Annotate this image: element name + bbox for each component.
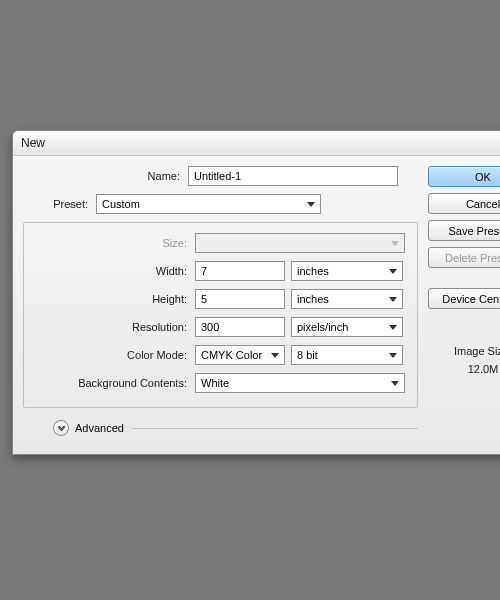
name-label: Name: xyxy=(23,170,188,182)
resolution-label: Resolution: xyxy=(30,321,195,333)
ok-button[interactable]: OK xyxy=(428,166,500,187)
divider xyxy=(132,428,418,429)
color-mode-label: Color Mode: xyxy=(30,349,195,361)
bit-depth-value: 8 bit xyxy=(297,349,318,361)
height-unit-value: inches xyxy=(297,293,329,305)
color-mode-select[interactable]: CMYK Color xyxy=(195,345,285,365)
bg-contents-select[interactable]: White xyxy=(195,373,405,393)
height-label: Height: xyxy=(30,293,195,305)
chevron-down-icon xyxy=(391,381,399,386)
preset-label: Preset: xyxy=(23,198,96,210)
resolution-input[interactable] xyxy=(195,317,285,337)
delete-preset-button: Delete Preset... xyxy=(428,247,500,268)
chevron-down-icon xyxy=(389,269,397,274)
size-select xyxy=(195,233,405,253)
chevron-down-icon xyxy=(389,325,397,330)
name-input[interactable] xyxy=(188,166,398,186)
document-settings-group: Size: Width: inches Heigh xyxy=(23,222,418,408)
device-central-button[interactable]: Device Central... xyxy=(428,288,500,309)
bg-contents-value: White xyxy=(201,377,229,389)
resolution-unit-select[interactable]: pixels/inch xyxy=(291,317,403,337)
image-size-value: 12.0M xyxy=(454,363,500,375)
size-label: Size: xyxy=(30,237,195,249)
height-unit-select[interactable]: inches xyxy=(291,289,403,309)
bit-depth-select[interactable]: 8 bit xyxy=(291,345,403,365)
image-size-label: Image Size: xyxy=(454,345,500,357)
image-size-info: Image Size: 12.0M xyxy=(454,345,500,375)
chevron-down-icon xyxy=(389,297,397,302)
chevron-down-icon xyxy=(389,353,397,358)
height-input[interactable] xyxy=(195,289,285,309)
advanced-section-toggle[interactable]: Advanced xyxy=(23,420,418,436)
cancel-button[interactable]: Cancel xyxy=(428,193,500,214)
chevron-down-icon xyxy=(271,353,279,358)
settings-pane: Name: Preset: Custom Size: xyxy=(23,166,418,436)
width-input[interactable] xyxy=(195,261,285,281)
chevron-down-icon xyxy=(307,202,315,207)
save-preset-button[interactable]: Save Preset... xyxy=(428,220,500,241)
preset-value: Custom xyxy=(102,198,140,210)
chevron-down-icon xyxy=(391,241,399,246)
resolution-unit-value: pixels/inch xyxy=(297,321,348,333)
color-mode-value: CMYK Color xyxy=(201,349,262,361)
actions-pane: OK Cancel Save Preset... Delete Preset..… xyxy=(418,166,500,436)
width-unit-select[interactable]: inches xyxy=(291,261,403,281)
width-label: Width: xyxy=(30,265,195,277)
dialog-content: Name: Preset: Custom Size: xyxy=(13,156,500,454)
width-unit-value: inches xyxy=(297,265,329,277)
preset-select[interactable]: Custom xyxy=(96,194,321,214)
bg-contents-label: Background Contents: xyxy=(30,377,195,389)
new-document-dialog: New Name: Preset: Custom Size: xyxy=(12,130,500,455)
expand-down-icon xyxy=(53,420,69,436)
dialog-title: New xyxy=(21,136,45,150)
titlebar[interactable]: New xyxy=(13,131,500,156)
advanced-label: Advanced xyxy=(75,422,124,434)
